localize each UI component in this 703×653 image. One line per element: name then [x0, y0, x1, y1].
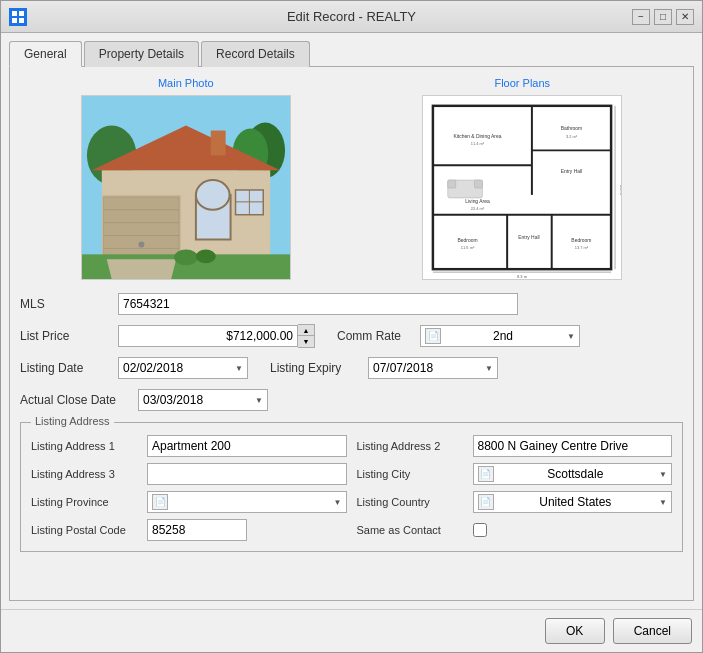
house-photo-svg: [82, 95, 290, 280]
country-doc-icon: 📄: [478, 494, 494, 510]
country-field: Listing Country 📄 United States ▼: [357, 491, 673, 513]
svg-text:3.2 m²: 3.2 m²: [566, 134, 578, 139]
actual-close-value: 03/03/2018: [143, 393, 203, 407]
content-area: General Property Details Record Details …: [1, 33, 702, 609]
addr1-input[interactable]: [147, 435, 347, 457]
app-icon: [9, 8, 27, 26]
city-dropdown[interactable]: 📄 Scottsdale ▼: [473, 463, 673, 485]
city-field: Listing City 📄 Scottsdale ▼: [357, 463, 673, 485]
svg-text:Bedroom: Bedroom: [572, 238, 592, 243]
price-up-btn[interactable]: ▲: [298, 325, 314, 336]
floor-plan-box[interactable]: Kitchen & Dining Area 11.4 m² Bathroom 3…: [422, 95, 622, 280]
city-label: Listing City: [357, 468, 467, 480]
actual-close-arrow: ▼: [255, 396, 263, 405]
addr1-label: Listing Address 1: [31, 440, 141, 452]
province-doc-icon: 📄: [152, 494, 168, 510]
svg-point-17: [138, 241, 144, 247]
country-dropdown-arrow: ▼: [659, 498, 667, 507]
svg-text:22.4 m²: 22.4 m²: [471, 206, 485, 211]
close-date-row: Actual Close Date 03/03/2018 ▼: [20, 388, 683, 412]
listing-expiry-label: Listing Expiry: [270, 361, 360, 375]
tab-property-details[interactable]: Property Details: [84, 41, 199, 67]
listing-expiry-value: 07/07/2018: [373, 361, 433, 375]
listing-expiry-dropdown[interactable]: 07/07/2018 ▼: [368, 357, 498, 379]
country-label: Listing Country: [357, 496, 467, 508]
address-grid: Listing Address 1 Listing Address 2 List…: [31, 435, 672, 541]
general-panel: Main Photo: [9, 66, 694, 601]
svg-text:Living Area: Living Area: [465, 199, 490, 204]
mls-row: MLS: [20, 292, 683, 316]
close-button[interactable]: ✕: [676, 9, 694, 25]
comm-rate-value: 2nd: [493, 329, 513, 343]
list-price-label: List Price: [20, 329, 110, 343]
price-input[interactable]: [118, 325, 298, 347]
window-title: Edit Record - REALTY: [287, 9, 416, 24]
same-as-contact-field: Same as Contact: [357, 519, 673, 541]
floor-plan-label: Floor Plans: [494, 77, 550, 89]
svg-text:Entry Hall: Entry Hall: [561, 169, 582, 174]
svg-text:Kitchen & Dining Area: Kitchen & Dining Area: [454, 134, 502, 139]
postal-label: Listing Postal Code: [31, 524, 141, 536]
mls-label: MLS: [20, 297, 110, 311]
addr3-input[interactable]: [147, 463, 347, 485]
addr2-label: Listing Address 2: [357, 440, 467, 452]
addr2-input[interactable]: [473, 435, 673, 457]
city-value: Scottsdale: [547, 467, 603, 481]
price-down-btn[interactable]: ▼: [298, 336, 314, 347]
addr3-field: Listing Address 3: [31, 463, 347, 485]
main-photo-label: Main Photo: [158, 77, 214, 89]
svg-rect-10: [211, 131, 226, 156]
main-window: Edit Record - REALTY − □ ✕ General Prope…: [0, 0, 703, 653]
listing-date-dropdown[interactable]: 02/02/2018 ▼: [118, 357, 248, 379]
svg-text:Entry Hall: Entry Hall: [518, 235, 539, 240]
addr1-field: Listing Address 1: [31, 435, 347, 457]
main-photo-box[interactable]: [81, 95, 291, 280]
svg-marker-24: [107, 259, 176, 279]
listing-expiry-arrow: ▼: [485, 364, 493, 373]
listing-address-legend: Listing Address: [31, 415, 114, 427]
svg-rect-2: [12, 18, 17, 23]
tab-general[interactable]: General: [9, 41, 82, 67]
photos-row: Main Photo: [20, 77, 683, 280]
comm-rate-label: Comm Rate: [337, 329, 412, 343]
minimize-button[interactable]: −: [632, 9, 650, 25]
province-field: Listing Province 📄 ▼: [31, 491, 347, 513]
province-dropdown[interactable]: 📄 ▼: [147, 491, 347, 513]
svg-rect-42: [475, 180, 483, 188]
listing-date-label: Listing Date: [20, 361, 110, 375]
price-spinner-btns: ▲ ▼: [298, 324, 315, 348]
svg-text:Bedroom: Bedroom: [458, 238, 478, 243]
window-controls: − □ ✕: [632, 9, 694, 25]
cancel-button[interactable]: Cancel: [613, 618, 692, 644]
same-as-checkbox[interactable]: [473, 523, 487, 537]
tab-bar: General Property Details Record Details: [9, 41, 694, 67]
svg-text:Bathroom: Bathroom: [561, 126, 582, 131]
title-bar-left: [9, 8, 27, 26]
addr2-field: Listing Address 2: [357, 435, 673, 457]
title-bar: Edit Record - REALTY − □ ✕: [1, 1, 702, 33]
svg-rect-41: [448, 180, 456, 188]
postal-input[interactable]: [147, 519, 247, 541]
price-spinner[interactable]: ▲ ▼: [118, 324, 315, 348]
actual-close-label: Actual Close Date: [20, 393, 130, 407]
country-dropdown[interactable]: 📄 United States ▼: [473, 491, 673, 513]
svg-text:9.3 m: 9.3 m: [517, 274, 528, 279]
comm-rate-dropdown[interactable]: 📄 2nd ▼: [420, 325, 580, 347]
addr3-label: Listing Address 3: [31, 468, 141, 480]
maximize-button[interactable]: □: [654, 9, 672, 25]
svg-text:13.7 m²: 13.7 m²: [575, 245, 589, 250]
main-photo-section: Main Photo: [81, 77, 291, 280]
tab-record-details[interactable]: Record Details: [201, 41, 310, 67]
province-dropdown-arrow: ▼: [334, 498, 342, 507]
svg-rect-0: [12, 11, 17, 16]
postal-field: Listing Postal Code: [31, 519, 347, 541]
listing-date-value: 02/02/2018: [123, 361, 183, 375]
mls-input[interactable]: [118, 293, 518, 315]
floor-plan-section: Floor Plans: [422, 77, 622, 280]
city-doc-icon: 📄: [478, 466, 494, 482]
ok-button[interactable]: OK: [545, 618, 605, 644]
actual-close-dropdown[interactable]: 03/03/2018 ▼: [138, 389, 268, 411]
bottom-bar: OK Cancel: [1, 609, 702, 652]
floor-plan-svg: Kitchen & Dining Area 11.4 m² Bathroom 3…: [423, 95, 621, 280]
country-value: United States: [539, 495, 611, 509]
